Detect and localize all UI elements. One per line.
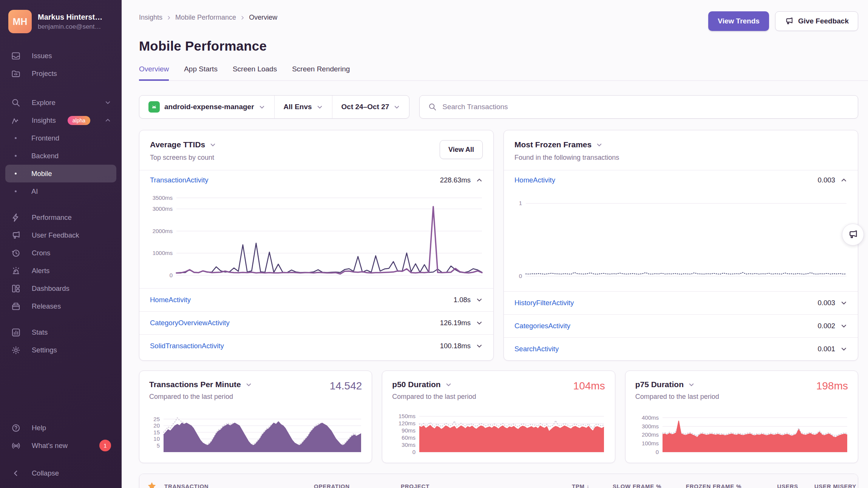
sidebar-item-dashboards[interactable]: Dashboards: [5, 280, 116, 297]
column-header-operation[interactable]: OPERATION: [314, 483, 401, 488]
column-header-user-misery[interactable]: USER MISERY: [798, 483, 858, 488]
column-header-frozen-frame[interactable]: FROZEN FRAME %: [661, 483, 741, 488]
top-cards: Average TTIDs Top screens by count View …: [139, 130, 858, 361]
sidebar-item-insights[interactable]: Insights alpha: [5, 111, 116, 129]
sidebar-item-whats-new[interactable]: What's new 1: [5, 437, 116, 454]
sidebar-item-stats[interactable]: Stats: [5, 323, 116, 341]
sidebar-collapse-button[interactable]: Collapse: [5, 464, 116, 482]
average-ttids-title[interactable]: Average TTIDs: [150, 140, 216, 149]
ttid-row-category-overview: CategoryOverviewActivity 126.19ms: [139, 311, 493, 334]
chevron-down-icon: [394, 104, 400, 110]
sidebar-item-user-feedback[interactable]: User Feedback: [5, 226, 116, 244]
floating-feedback-button[interactable]: [842, 224, 864, 246]
expand-row-icon[interactable]: [840, 346, 847, 352]
sidebar-item-backend[interactable]: Backend: [5, 147, 116, 165]
expand-row-icon[interactable]: [476, 320, 483, 326]
chevron-up-icon: [105, 117, 111, 124]
transaction-link[interactable]: HistoryFilterActivity: [514, 299, 574, 307]
project-filter[interactable]: android-expense-manager: [139, 96, 274, 118]
clock-icon: [11, 248, 21, 258]
user-name: Markus Hinterst…: [38, 13, 102, 22]
sidebar-item-mobile[interactable]: Mobile: [5, 165, 116, 182]
chevron-left-icon: [11, 468, 21, 479]
view-trends-button[interactable]: View Trends: [708, 11, 769, 31]
collapse-row-icon[interactable]: [840, 177, 847, 184]
expand-row-icon[interactable]: [476, 343, 483, 349]
breadcrumb-mobile-performance[interactable]: Mobile Performance: [175, 14, 236, 22]
expand-row-icon[interactable]: [476, 297, 483, 303]
sidebar-item-help[interactable]: Help: [5, 419, 116, 437]
p75-title[interactable]: p75 Duration: [635, 380, 719, 389]
row-value: 1.08s: [454, 296, 471, 304]
search-transactions-input[interactable]: [442, 103, 849, 111]
user-menu[interactable]: MH Markus Hinterst… benjamin.coe@sent…: [5, 8, 116, 36]
give-feedback-button[interactable]: Give Feedback: [775, 11, 858, 31]
tpm-title[interactable]: Transactions Per Minute: [149, 380, 252, 389]
tab-overview[interactable]: Overview: [139, 65, 169, 81]
frozen-row-search: SearchActivity 0.001: [504, 337, 858, 360]
date-range-filter-label: Oct 24–Oct 27: [341, 103, 389, 111]
view-all-button[interactable]: View All: [440, 140, 483, 159]
page-title: Mobile Performance: [139, 39, 868, 54]
metric-cards: Transactions Per Minute Compared to the …: [139, 371, 858, 463]
row-value: 0.003: [818, 299, 835, 307]
android-icon: [148, 101, 160, 113]
sidebar-item-settings[interactable]: Settings: [5, 341, 116, 359]
svg-text:3500ms: 3500ms: [153, 195, 173, 201]
row-value: 0.001: [818, 345, 835, 353]
date-range-filter[interactable]: Oct 24–Oct 27: [332, 96, 409, 118]
p50-title[interactable]: p50 Duration: [392, 380, 476, 389]
column-header-project[interactable]: PROJECT: [401, 483, 525, 488]
most-frozen-frames-title[interactable]: Most Frozen Frames: [514, 140, 619, 149]
column-header-slow-frame[interactable]: SLOW FRAME %: [590, 483, 661, 488]
transaction-link[interactable]: SolidTransactionActivity: [150, 342, 224, 350]
transaction-link[interactable]: SearchActivity: [514, 345, 559, 353]
svg-text:15: 15: [153, 429, 160, 435]
transaction-link[interactable]: TransactionActivity: [150, 176, 209, 184]
sidebar-item-projects[interactable]: Projects: [5, 65, 116, 82]
chevron-down-icon: [688, 381, 695, 388]
chevron-down-icon: [105, 99, 111, 106]
environment-filter[interactable]: All Envs: [274, 96, 332, 118]
collapse-row-icon[interactable]: [476, 177, 483, 184]
sidebar-item-issues[interactable]: Issues: [5, 47, 116, 65]
sidebar-item-label: Help: [32, 424, 111, 432]
svg-text:400ms: 400ms: [642, 414, 659, 421]
column-header-transaction[interactable]: TRANSACTION: [164, 483, 314, 488]
megaphone-icon: [11, 230, 21, 241]
sidebar-item-frontend[interactable]: Frontend: [5, 129, 116, 147]
sidebar-item-explore[interactable]: Explore: [5, 94, 116, 111]
avatar[interactable]: MH: [8, 10, 32, 33]
sidebar-item-ai[interactable]: AI: [5, 182, 116, 200]
expand-row-icon[interactable]: [840, 323, 847, 329]
svg-text:5: 5: [157, 442, 160, 449]
sidebar-item-alerts[interactable]: Alerts: [5, 262, 116, 280]
tab-screen-loads[interactable]: Screen Loads: [233, 65, 277, 81]
star-column-header[interactable]: [139, 481, 164, 488]
column-header-users[interactable]: USERS: [741, 483, 798, 488]
card-subtitle: Top screens by count: [150, 154, 216, 162]
project-filter-label: android-expense-manager: [164, 103, 254, 111]
sidebar-item-performance[interactable]: Performance: [5, 208, 116, 226]
tab-app-starts[interactable]: App Starts: [184, 65, 218, 81]
transaction-link[interactable]: HomeActivity: [514, 176, 555, 184]
sidebar-item-releases[interactable]: Releases: [5, 297, 116, 315]
transaction-link[interactable]: CategoriesActivity: [514, 322, 570, 330]
tpm-card: Transactions Per Minute Compared to the …: [139, 371, 372, 463]
tpm-chart: 510152025: [143, 412, 363, 458]
breadcrumb-insights[interactable]: Insights: [139, 14, 162, 22]
releases-icon: [11, 301, 21, 312]
sidebar-item-label: Insights: [32, 116, 57, 125]
column-header-tpm[interactable]: TPM ↓: [525, 483, 590, 488]
search-icon: [428, 102, 437, 111]
p50-chart: 030ms60ms90ms120ms150ms: [386, 412, 606, 458]
expand-row-icon[interactable]: [840, 300, 847, 306]
row-value: 228.63ms: [440, 176, 471, 184]
help-icon: [11, 423, 21, 433]
frozen-row-categories: CategoriesActivity 0.002: [504, 314, 858, 337]
transaction-link[interactable]: CategoryOverviewActivity: [150, 319, 230, 327]
sidebar-item-label: Releases: [32, 302, 111, 310]
tab-screen-rendering[interactable]: Screen Rendering: [292, 65, 350, 81]
transaction-link[interactable]: HomeActivity: [150, 296, 191, 304]
sidebar-item-crons[interactable]: Crons: [5, 244, 116, 262]
